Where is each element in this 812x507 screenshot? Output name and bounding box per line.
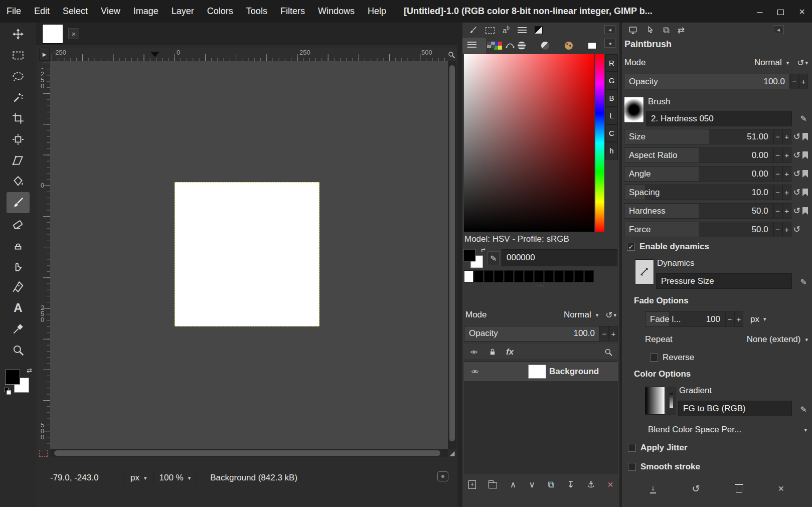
angle-decrement[interactable]: − [773, 166, 782, 182]
hue-strip[interactable] [595, 54, 604, 232]
text-tool[interactable]: A [7, 297, 30, 318]
aspect-ratio-link-icon[interactable] [802, 151, 808, 159]
aspect-ratio-slider[interactable]: Aspect Ratio 0.00 [624, 147, 773, 163]
aspect-ratio-decrement[interactable]: − [773, 147, 782, 163]
brushes-tab[interactable] [468, 26, 477, 35]
history-swatch[interactable] [494, 270, 504, 282]
force-reset-button[interactable]: ↺ [793, 224, 800, 235]
new-group-button[interactable] [489, 480, 497, 488]
menu-image[interactable]: Image [127, 0, 165, 23]
duplicate-layer-button[interactable]: ⧉ [548, 479, 554, 490]
bucket-fill-tool[interactable] [7, 171, 30, 192]
dock-collapse-button[interactable]: ◂ [604, 25, 615, 34]
minimize-button[interactable]: – [757, 7, 762, 17]
swap-colors-icon[interactable]: ⇄ [27, 367, 32, 374]
raise-layer-button[interactable]: ∧ [510, 479, 516, 490]
history-swatch[interactable] [554, 270, 564, 282]
anchor-layer-button[interactable]: ⚓ [587, 479, 595, 490]
menu-windows[interactable]: Windows [311, 0, 361, 23]
lock-button[interactable] [488, 348, 497, 357]
fg-bg-color-selector-small[interactable]: ⇄ [462, 248, 485, 270]
zoom-tool[interactable] [7, 340, 30, 361]
layer-opacity-decrement[interactable]: − [600, 326, 609, 342]
foreground-color-swatch[interactable] [5, 370, 20, 385]
gradient-preview[interactable] [645, 387, 665, 415]
ruler-corner-menu-button[interactable]: ▶ [39, 48, 50, 61]
history-swatch[interactable] [544, 270, 554, 282]
handle-transform-tool[interactable] [7, 150, 30, 171]
hardness-increment[interactable]: + [782, 203, 791, 219]
aspect-ratio-reset-button[interactable]: ↺ [793, 150, 800, 160]
angle-reset-button[interactable]: ↺ [793, 168, 800, 179]
spacing-reset-button[interactable]: ↺ [793, 187, 800, 198]
pointer-tab[interactable] [646, 26, 655, 35]
delete-preset-button[interactable] [736, 484, 742, 493]
spacing-link-icon[interactable] [802, 189, 808, 196]
size-slider[interactable]: Size 51.00 [624, 129, 773, 144]
navigation-button[interactable]: ◢ [448, 449, 456, 457]
zoom-dropdown[interactable]: 100 % ▾ [159, 473, 191, 483]
dock-collapse-button[interactable]: ◂ [604, 39, 615, 48]
opacity-increment[interactable]: + [799, 74, 808, 89]
layer-visibility-button[interactable] [470, 368, 480, 376]
fade-length-decrement[interactable]: − [725, 311, 734, 327]
hardness-slider[interactable]: Hardness 50.0 [624, 203, 773, 219]
eraser-tool[interactable] [7, 213, 30, 234]
fade-unit-dropdown[interactable]: px ▾ [747, 311, 769, 327]
opacity-slider[interactable]: Opacity 100.0 [624, 74, 790, 89]
ruler-zoom-button[interactable] [446, 48, 456, 61]
move-tool[interactable] [7, 24, 30, 45]
rectangle-select-tool[interactable] [7, 45, 30, 66]
gradient-edit-button[interactable]: ✎ [800, 405, 807, 414]
menu-tools[interactable]: Tools [240, 0, 274, 23]
effects-button[interactable]: fx [506, 347, 514, 357]
horizontal-ruler[interactable]: -250 0 250 500 [50, 48, 446, 61]
brush-name-field[interactable]: 2. Hardness 050 [646, 111, 792, 126]
ink-tool[interactable] [7, 276, 30, 297]
layer-mode-dropdown[interactable]: Normal ▾ [564, 310, 598, 320]
layer-row-background[interactable]: Background [464, 362, 618, 381]
hex-color-input[interactable]: 000000 [502, 249, 617, 266]
image-tab-close-button[interactable]: × [68, 28, 79, 39]
fg-bg-color-selector[interactable]: ⇄ [4, 369, 32, 396]
force-slider[interactable]: Force 50.0 [624, 222, 773, 237]
menu-help[interactable]: Help [361, 0, 393, 23]
brush-edit-button[interactable]: ✎ [800, 114, 807, 123]
fonts-tab[interactable]: ab [503, 25, 510, 36]
foreground-color-swatch[interactable] [463, 249, 476, 262]
menu-file[interactable]: File [0, 0, 28, 23]
hardness-link-icon[interactable] [802, 207, 808, 215]
paths-tab[interactable] [501, 38, 520, 52]
menu-colors[interactable]: Colors [201, 0, 240, 23]
fade-length-slider[interactable]: Fade l... 100 [645, 311, 725, 327]
apply-jitter-checkbox[interactable] [628, 444, 636, 452]
copy-tab[interactable]: ⧉ [663, 25, 670, 36]
channel-b-button[interactable]: B [605, 89, 618, 107]
canvas-viewport[interactable] [50, 61, 448, 449]
size-reset-button[interactable]: ↺ [793, 131, 800, 142]
gradient-reverse-button[interactable] [667, 387, 676, 415]
menu-view[interactable]: View [94, 0, 127, 23]
image-preview-icon[interactable] [437, 471, 448, 481]
menu-layer[interactable]: Layer [165, 0, 201, 23]
aspect-ratio-increment[interactable]: + [782, 147, 791, 163]
fuzzy-select-tool[interactable] [7, 87, 30, 108]
restore-preset-button[interactable]: ↺ [692, 483, 700, 494]
history-swatch[interactable] [514, 270, 524, 282]
history-swatch[interactable] [504, 270, 514, 282]
panel-resize-handle[interactable]: ... [462, 282, 619, 287]
history-swatch[interactable] [564, 270, 574, 282]
fade-length-increment[interactable]: + [734, 311, 743, 327]
paintbrush-tool[interactable] [7, 192, 30, 213]
layer-mode-reset-button[interactable]: ↺ ▾ [605, 310, 616, 320]
crop-tool[interactable] [7, 108, 30, 129]
image-tab-thumbnail[interactable] [42, 24, 63, 44]
history-swatch[interactable] [474, 270, 483, 282]
layer-opacity-increment[interactable]: + [609, 326, 618, 342]
channel-r-button[interactable]: R [605, 54, 618, 72]
history-swatch[interactable] [574, 270, 584, 282]
gradients-tab[interactable] [535, 26, 543, 34]
angle-slider[interactable]: Angle 0.00 [624, 166, 773, 182]
document-history-tab[interactable] [518, 27, 527, 34]
spacing-decrement[interactable]: − [773, 185, 782, 200]
